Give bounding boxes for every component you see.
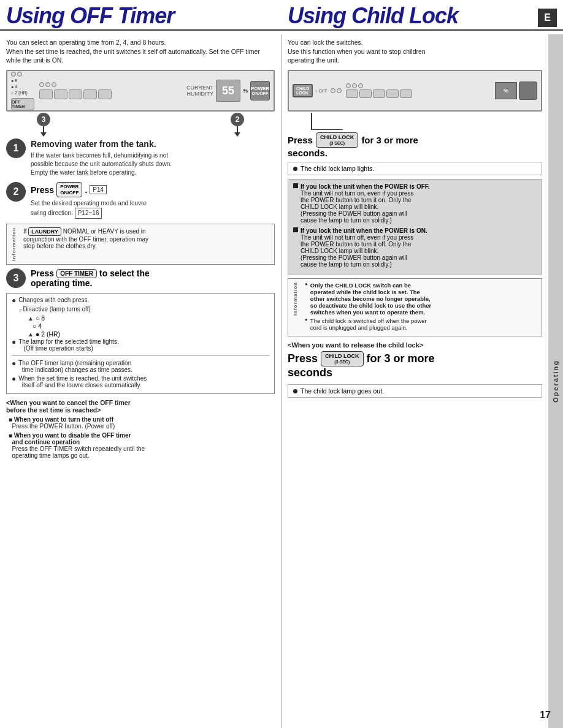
power-button-diagram: POWER ON/OFF	[250, 81, 270, 100]
cancel-item-1: ■ When you want to turn the unit off Pre…	[9, 416, 275, 430]
step-3-block: 3 Press OFF TIMER to select the operatin…	[6, 268, 275, 288]
step-3-heading-row: Press OFF TIMER to select the	[31, 268, 275, 278]
step-3-number: 3	[6, 268, 26, 288]
step-1-body: If the water tank becomes full, dehumidi…	[31, 151, 275, 177]
bullet-disactive-text: Disactive (lamp turns off)	[23, 306, 90, 313]
arrow-2: 2	[231, 113, 244, 137]
time-8: ▲ ○ 8	[28, 314, 269, 322]
power-off-section: If you lock the unit when the POWER is O…	[293, 183, 537, 224]
operating-label: Operating	[552, 360, 559, 403]
right-info-label: Information	[293, 282, 301, 316]
time-4: ○ 4	[28, 322, 269, 330]
bullet-changes: ● Changes with each press.	[12, 297, 269, 304]
step-3-press-label: Press	[31, 268, 54, 278]
time-list: ▲ ○ 8 ○ 4 ▲ ● 2 (HR)	[28, 314, 269, 338]
release-for-label: for 3 or more	[367, 352, 435, 365]
step-3-circle: 3	[37, 113, 50, 126]
release-section: <When you want to release the child lock…	[288, 341, 542, 379]
release-heading: <When you want to release the child lock…	[288, 341, 542, 349]
right-display: %	[495, 82, 517, 99]
lamp-note-text: The child lock lamp lights.	[301, 165, 374, 172]
step-2-ref2: P12~16	[75, 208, 102, 219]
info-text: If LAUNDRY NORMAL or HEAVY is used in co…	[23, 227, 148, 249]
bullet-changes-text: Changes with each press.	[18, 297, 89, 303]
left-intro: You can select an operating time from 2,…	[6, 38, 275, 65]
diagram-arrows: 3 2	[6, 113, 275, 135]
e-badge: E	[538, 9, 557, 27]
step-2-dot: .	[85, 185, 87, 195]
bullet-divider	[12, 355, 269, 356]
step-3-heading-post: to select the	[99, 268, 150, 278]
bullet-lamp-selected-text: The lamp for the selected time lights. (…	[18, 338, 118, 352]
grey-info-box: If you lock the unit when the POWER is O…	[288, 179, 542, 275]
info-item-1-text: Only the CHILD LOCK switch can beoperate…	[310, 282, 431, 316]
step-3-content: Press OFF TIMER to select the operating …	[31, 268, 275, 288]
right-seconds-label: seconds.	[288, 148, 542, 158]
step-1-block: 1 Removing water from the tank. If the w…	[6, 138, 275, 177]
header-right: Using Child Lock E	[282, 0, 563, 27]
operating-sidebar: Operating	[548, 34, 563, 728]
step-2-press-label: Press	[31, 185, 54, 195]
release-lamp-text: The child lock lamp goes out.	[301, 387, 384, 395]
right-step1-heading-row: Press CHILD LOCK(3 SEC) for 3 or more	[288, 132, 542, 148]
left-panel-diagram: ● 8 ● 4 ○ 2 (HR) OFF TIMER	[6, 70, 275, 112]
step-2-sub: Set the desired operating mode and louvr…	[31, 199, 275, 219]
left-column: You can select an operating time from 2,…	[0, 34, 282, 728]
time-2: ▲ ● 2 (HR)	[28, 330, 269, 338]
release-press-label: Press	[288, 352, 318, 365]
info-item-2-text: The child lock is switched off when the …	[310, 317, 427, 331]
step-2-content: Press POWERON/OFF . P14 Set the desired …	[31, 182, 275, 219]
right-intro: You can lock the switches. Use this func…	[288, 38, 542, 65]
title-child-lock: Using Child Lock	[288, 5, 458, 27]
header-left: Using OFF Timer	[0, 0, 282, 27]
header-row: Using OFF Timer Using Child Lock E	[0, 0, 563, 31]
right-panel-diagram: CHILDLOCK ○ OFF	[288, 70, 542, 112]
release-press-row: Press CHILD LOCK(3 SEC) for 3 or more	[288, 351, 542, 366]
step-2-ref: P14	[90, 185, 107, 194]
bullet-timer-lamp: ● The OFF timer lamp (remaining operatio…	[12, 360, 269, 373]
arrow-3: 3	[37, 113, 50, 137]
step-3-heading-cont: operating time.	[31, 278, 275, 288]
main-content: You can select an operating time from 2,…	[0, 34, 563, 728]
page: Using OFF Timer Using Child Lock E You c…	[0, 0, 563, 728]
step-1-number: 1	[6, 138, 26, 158]
info-label: Information	[11, 227, 20, 261]
cancel-section: <When you want to cancel the OFF timerbe…	[6, 399, 275, 459]
power-button[interactable]: POWERON/OFF	[56, 182, 82, 197]
info-item-2: ● The child lock is switched off when th…	[305, 317, 431, 331]
bullet-set-time: ● When the set time is reached, the unit…	[12, 375, 269, 389]
release-child-lock-button[interactable]: CHILD LOCK(3 SEC)	[321, 351, 364, 366]
right-power-btn	[519, 82, 537, 100]
bullet-lamp-selected: ● The lamp for the selected time lights.…	[12, 338, 269, 352]
left-info-box: Information If LAUNDRY NORMAL or HEAVY i…	[6, 224, 275, 265]
right-info-box: Information ● Only the CHILD LOCK switch…	[288, 278, 542, 336]
release-seconds-label: seconds	[288, 366, 542, 379]
step-2-heading-row: Press POWERON/OFF . P14	[31, 182, 275, 197]
bullet-timer-lamp-text: The OFF timer lamp (remaining operation …	[18, 360, 132, 373]
release-lamp-note: The child lock lamp goes out.	[288, 384, 542, 398]
power-on-section: If you lock the unit when the POWER is O…	[293, 227, 537, 268]
child-lock-button[interactable]: CHILD LOCK(3 SEC)	[316, 132, 359, 148]
step-2-number: 2	[6, 182, 26, 202]
panel-buttons: ● 8 ● 4 ○ 2 (HR) OFF TIMER	[11, 72, 270, 110]
child-lock-indicator: CHILDLOCK	[293, 84, 313, 97]
title-off-timer: Using OFF Timer	[6, 5, 275, 27]
lamp-note: The child lock lamp lights.	[288, 162, 542, 175]
page-number: 17	[540, 710, 551, 721]
laundry-button: LAUNDRY	[28, 227, 61, 236]
off-timer-button[interactable]: OFF TIMER	[56, 269, 97, 278]
bullet-disactive: ┌ Disactive (lamp turns off)	[18, 306, 269, 313]
right-press-label: Press	[288, 135, 313, 145]
time-8-label: ○ 8	[36, 314, 45, 322]
step-2-block: 2 Press POWERON/OFF . P14 Set the desire…	[6, 182, 275, 219]
step-1-content: Removing water from the tank. If the wat…	[31, 138, 275, 177]
right-for-label: for 3 or more	[361, 135, 418, 145]
bullet-box: ● Changes with each press. ┌ Disactive (…	[6, 293, 275, 394]
right-info-content: ● Only the CHILD LOCK switch can beopera…	[305, 282, 431, 333]
right-step1-block: Press CHILD LOCK(3 SEC) for 3 or more se…	[288, 132, 542, 158]
time-4-label: ○ 4	[33, 322, 42, 330]
power-on-text: If you lock the unit when the POWER is O…	[301, 227, 427, 268]
right-column: You can lock the switches. Use this func…	[282, 34, 563, 728]
power-off-text: If you lock the unit when the POWER is O…	[301, 183, 430, 224]
time-list-container: ┌ Disactive (lamp turns off) ▲ ○ 8 ○ 4	[18, 306, 269, 338]
